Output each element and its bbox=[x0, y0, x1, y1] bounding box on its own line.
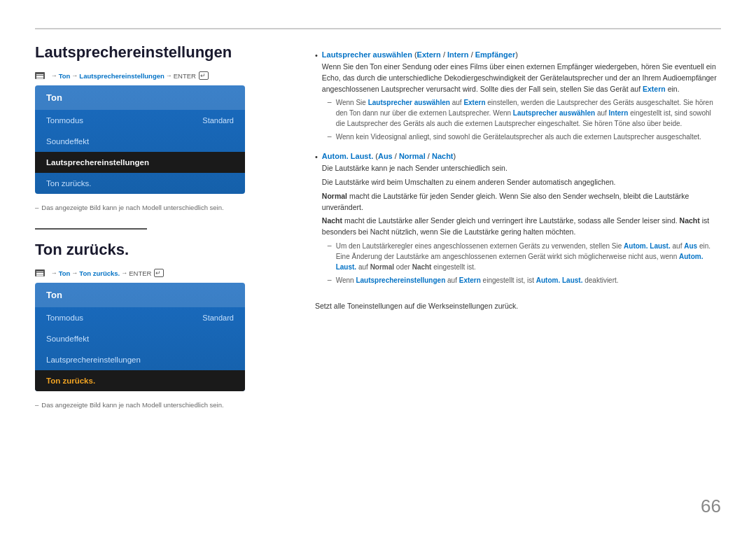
bullet2-body3: Normal macht die Lautstärke für jeden Se… bbox=[322, 191, 721, 213]
item-label: Tonmodus bbox=[46, 116, 83, 125]
menu-path-section1: Lautsprechereinstellungen bbox=[79, 72, 164, 80]
menu-path-ton2: Ton bbox=[59, 269, 71, 277]
section1-item-lautsprechereinstellungen[interactable]: Lautsprechereinstellungen bbox=[35, 152, 245, 173]
section2-item-tonzurueck[interactable]: Ton zurücks. bbox=[35, 370, 245, 391]
left-column: Lautsprechereinstellungen → Ton → Lautsp… bbox=[35, 43, 294, 513]
top-divider bbox=[35, 28, 721, 29]
section1-item-tonzurueck[interactable]: Ton zurücks. bbox=[35, 173, 245, 194]
bullet-dot-1: • bbox=[315, 51, 318, 145]
footnote-text2: Das angezeigte Bild kann je nach Modell … bbox=[41, 401, 223, 409]
right-column: • Lautsprecher auswählen (Extern / Inter… bbox=[315, 43, 721, 513]
section2-tv-menu: Ton Tonmodus Standard Soundeffekt Lautsp… bbox=[35, 283, 245, 391]
bullet2-body1: Die Lautstärke kann je nach Sender unter… bbox=[322, 163, 721, 174]
item-label: Soundeffekt bbox=[46, 137, 89, 146]
section1-item-soundeffekt[interactable]: Soundeffekt bbox=[35, 131, 245, 152]
item-label: Ton zurücks. bbox=[46, 377, 95, 385]
bullet-dot-2: • bbox=[315, 153, 318, 288]
section1-item-tonmodus[interactable]: Tonmodus Standard bbox=[35, 110, 245, 131]
menu-path-section2: Ton zurücks. bbox=[79, 269, 120, 277]
bullet2-body2: Die Lautstärke wird beim Umschalten zu e… bbox=[322, 177, 721, 188]
content-area: Lautsprechereinstellungen → Ton → Lautsp… bbox=[35, 43, 721, 513]
bullet1-title-main: Lautsprecher auswählen bbox=[322, 50, 412, 59]
section2-item-soundeffekt[interactable]: Soundeffekt bbox=[35, 328, 245, 349]
menu-path-ton: Ton bbox=[59, 72, 71, 80]
section2-item-lautsprechereinstellungen[interactable]: Lautsprechereinstellungen bbox=[35, 349, 245, 370]
enter-icon bbox=[199, 71, 209, 80]
section2-menu-path: → Ton → Ton zurücks. → ENTER bbox=[35, 269, 294, 277]
bullet-autom-laust: • Autom. Laust. (Aus / Normal / Nacht) D… bbox=[315, 152, 721, 288]
summary-text: Setzt alle Toneinstellungen auf die Werk… bbox=[315, 301, 721, 312]
menu-path-prefix bbox=[48, 72, 50, 80]
menu-icon2 bbox=[35, 269, 45, 276]
section1-menu-path: → Ton → Lautsprechereinstellungen → ENTE… bbox=[35, 71, 294, 80]
page-container: Lautsprechereinstellungen → Ton → Lautsp… bbox=[0, 0, 756, 534]
bullet2-body4: Nacht macht die Lautstärke aller Sender … bbox=[322, 216, 721, 238]
bullet1-body: Wenn Sie den Ton einer Sendung oder eine… bbox=[322, 62, 721, 94]
bullet-lautsprecher-auswaehlen: • Lautsprecher auswählen (Extern / Inter… bbox=[315, 50, 721, 145]
section1-tv-menu: Ton Tonmodus Standard Soundeffekt Lautsp… bbox=[35, 85, 245, 194]
section2-menu-header: Ton bbox=[35, 283, 245, 307]
bullet1-content: Lautsprecher auswählen (Extern / Intern … bbox=[322, 50, 721, 145]
section-divider bbox=[35, 228, 147, 230]
bullet1-note2: – Wenn kein Videosignal anliegt, sind so… bbox=[322, 132, 721, 142]
section2-item-tonmodus[interactable]: Tonmodus Standard bbox=[35, 307, 245, 328]
menu-icon bbox=[35, 72, 45, 79]
bullet2-title-main: Autom. Laust. bbox=[322, 152, 373, 160]
section1-title: Lautsprechereinstellungen bbox=[35, 43, 294, 62]
item-label: Tonmodus bbox=[46, 314, 83, 322]
footnote-text: Das angezeigte Bild kann je nach Modell … bbox=[41, 204, 223, 211]
item-value: Standard bbox=[202, 314, 234, 322]
section-tonzurueck: Ton zurücks. → Ton → Ton zurücks. → ENTE… bbox=[35, 241, 294, 409]
section1-footnote: – Das angezeigte Bild kann je nach Model… bbox=[35, 204, 294, 211]
section2-title: Ton zurücks. bbox=[35, 241, 294, 259]
item-label: Soundeffekt bbox=[46, 335, 89, 343]
enter-label: ENTER bbox=[174, 72, 196, 80]
item-label: Lautsprechereinstellungen bbox=[46, 356, 141, 364]
bullet2-note1: – Um den Lautstärkeregler eines angeschl… bbox=[322, 241, 721, 272]
bullet1-title: Lautsprecher auswählen (Extern / Intern … bbox=[322, 50, 721, 59]
bullet1-note1: – Wenn Sie Lautsprecher auswählen auf Ex… bbox=[322, 97, 721, 129]
bullet2-content: Autom. Laust. (Aus / Normal / Nacht) Die… bbox=[322, 152, 721, 288]
bullet2-note2: – Wenn Lautsprechereinstellungen auf Ext… bbox=[322, 275, 721, 286]
section1-menu-header: Ton bbox=[35, 85, 245, 110]
section-lautsprechereinstellungen: Lautsprechereinstellungen → Ton → Lautsp… bbox=[35, 43, 294, 211]
bullet2-title: Autom. Laust. (Aus / Normal / Nacht) bbox=[322, 152, 721, 160]
item-value: Standard bbox=[202, 116, 234, 125]
item-label: Ton zurücks. bbox=[46, 179, 92, 188]
item-label: Lautsprechereinstellungen bbox=[46, 158, 149, 167]
section2-footnote: – Das angezeigte Bild kann je nach Model… bbox=[35, 401, 294, 409]
enter-icon2 bbox=[154, 269, 164, 277]
page-number: 66 bbox=[701, 496, 721, 517]
enter-label2: ENTER bbox=[129, 269, 151, 277]
